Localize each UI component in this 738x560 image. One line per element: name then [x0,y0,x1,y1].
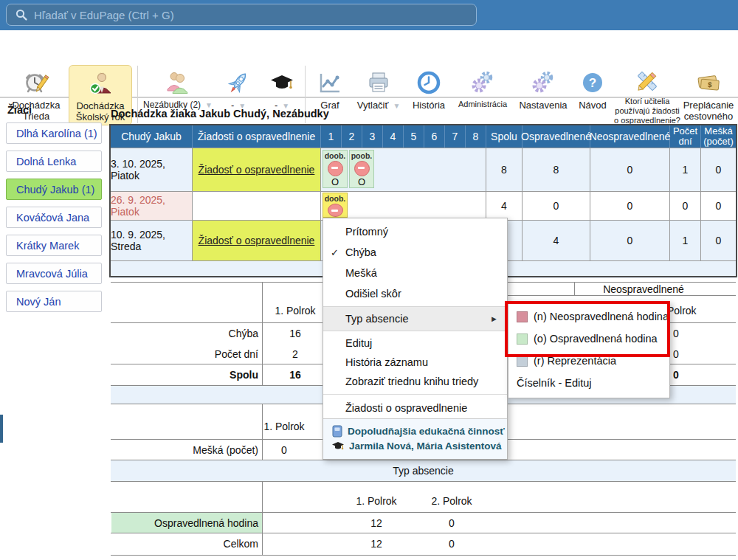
absence-box-poob[interactable]: poob. O [349,150,374,188]
alarm-clock-pencil-icon [23,68,49,97]
value-cell: 12 [370,538,382,550]
menu-item-edituj[interactable]: Edituj [323,333,507,353]
ospravedlnene-cell: 8 [523,148,590,191]
typ-absencie-submenu: (n) Neospravedlnená hodina (o) Ospravedl… [508,301,670,398]
table-row: 3. 10. 2025, Piatok Žiadosť o ospravedln… [111,148,736,191]
value-cell: 16 [289,369,301,381]
neospravedlnene-cell: 0 [590,148,670,191]
search-placeholder: Hľadať v EduPage (Ctrl + G) [34,9,174,21]
sidebar-item-student-selected[interactable]: Chudý Jakub (1) [6,179,102,200]
meska-cell: 0 [701,192,736,220]
sidebar-item-student[interactable]: Mravcová Júlia [6,263,102,284]
column-header-lesson: 5 [404,125,424,148]
request-cell[interactable]: Žiadosť o ospravedlnenie [193,148,321,191]
divider [574,282,575,295]
minus-circle-icon [354,161,370,176]
lessons-cell: doob. [321,192,486,220]
gears-icon [469,68,496,97]
menu-item-chyba[interactable]: ✓ Chýba [323,242,507,263]
toolbar-button-navod[interactable]: ? Návod [574,65,611,125]
column-header-lesson: 7 [445,125,466,148]
pocet-dni-cell: 0 [670,192,701,220]
meska-cell: 0 [701,221,736,260]
divider [262,404,263,460]
column-header-polrok2: 2. Polrok [431,495,472,507]
column-header-polrok1: 1. Polrok [263,421,304,432]
request-cell[interactable] [193,192,321,220]
tickets-icon: $ [695,68,722,97]
absence-box-doob-selected[interactable]: doob. [323,193,348,218]
sidebar-item-student[interactable]: Dolná Lenka [6,151,102,172]
submenu-item-ciselnik-edituj[interactable]: Číselník - Edituj [508,372,669,394]
date-cell: 10. 9. 2025, Streda [111,221,193,260]
column-header-lesson: 3 [362,125,383,148]
graduation-cap-icon [332,441,344,451]
column-header-lesson: 6 [424,125,445,148]
request-link: Žiadosť o ospravedlnenie [199,235,315,246]
column-header-meska: Mešká(počet) [701,125,736,148]
toolbar-button-ktori-ucitelia[interactable]: Ktorí učitelia používajú žiadosti o ospr… [614,65,680,125]
graduation-cap-icon [269,68,295,97]
gears-icon [530,68,556,97]
toolbar-button-historia[interactable]: História [406,65,452,125]
chart-icon [317,68,343,97]
sidebar-title: Žiaci [7,104,32,116]
pocet-dni-cell: 1 [670,221,701,260]
menu-item-odisiel-skor[interactable]: Odišiel skôr [323,283,507,304]
menu-item-typ-absencie[interactable]: Typ absencie ► [323,306,507,331]
menu-item-meska[interactable]: Mešká [323,263,507,283]
divider [262,481,263,555]
toolbar-button-nastavenia[interactable]: Nastavenia [515,65,571,125]
menu-item-pritomny[interactable]: Prítomný [323,221,507,242]
search-input[interactable]: Hľadať v EduPage (Ctrl + G) [6,4,477,26]
toolbar-button-preplacanie[interactable]: $ Preplácanie cestovného [682,65,735,125]
color-swatch [517,356,528,367]
absence-box-doob[interactable]: doob. O [323,150,348,188]
menu-item-historia-zaznamu[interactable]: História záznamu [323,353,507,372]
value-cell: 2 [292,348,298,360]
date-cell: 26. 9. 2025, Piatok [111,192,193,220]
neospravedlnene-cell: 0 [590,221,670,260]
toolbar-button-vytlacit[interactable]: Vytlačiť▼ [351,65,406,125]
minus-circle-icon [328,204,343,217]
book-icon [332,425,342,438]
divider [111,533,736,533]
date-cell: 3. 10. 2025, Piatok [111,148,193,191]
submenu-item-neospravedlnena[interactable]: (n) Neospravedlnená hodina [508,305,669,328]
menu-item-ziadosti[interactable]: Žiadosti o ospravedlnenie [323,398,507,418]
table-row: 26. 9. 2025, Piatok doob. 4 0 0 0 0 [111,191,736,220]
request-cell[interactable]: Žiadosť o ospravedlnenie [193,221,321,260]
typ-absencie-band: Typ absencie [111,460,736,482]
sidebar-item-student[interactable]: Dlhá Karolína (1) [6,122,102,144]
rocket-icon [225,68,252,97]
group-header-neospravedlnene: Neospravedlnené [603,283,684,295]
people-icon [165,68,191,97]
value-cell: 0 [673,328,679,339]
column-header-lesson: 2 [342,125,362,148]
row-label-celkom: Celkom [111,538,258,550]
row-label-pocet-dni: Počet dní [111,348,258,360]
request-link: Žiadosť o ospravedlnenie [199,164,315,176]
person-check-icon [87,69,114,98]
toolbar-button-administracia[interactable]: Administrácia [453,65,512,125]
column-header-lesson: 1 [321,125,342,148]
sidebar-item-student[interactable]: Nový Ján [6,291,102,312]
column-header-lesson: 8 [466,125,486,148]
spolu-cell: 4 [486,192,523,220]
divider [262,282,263,385]
context-menu: Prítomný ✓ Chýba Mešká Odišiel skôr Typ … [323,218,508,460]
column-header-student: Chudý Jakub [111,125,193,148]
sidebar-item-student[interactable]: Kováčová Jana [6,207,102,228]
menu-item-zobrazit-triednu-knihu[interactable]: Zobraziť triednu knihu triedy [323,372,507,391]
pencil-ruler-icon [634,68,661,94]
toolbar-button-dochadzka-trieda[interactable]: Dochádzka Trieda [6,65,66,125]
meska-cell: 0 [701,148,736,191]
sidebar-item-student[interactable]: Krátky Marek [6,235,102,256]
dropdown-arrow-icon[interactable]: ▼ [393,102,400,110]
submenu-item-reprezentacia[interactable]: (r) Reprezentácia [508,350,669,372]
scroll-indicator[interactable] [0,415,3,443]
lesson-info: Dopoludňajšia edukačná činnosť [332,424,507,438]
value-cell: 16 [289,328,301,339]
submenu-item-ospravedlnena[interactable]: (o) Ospravedlnená hodina [508,328,669,350]
column-header-neospravedlnene: Neospravedlnené [590,125,670,148]
